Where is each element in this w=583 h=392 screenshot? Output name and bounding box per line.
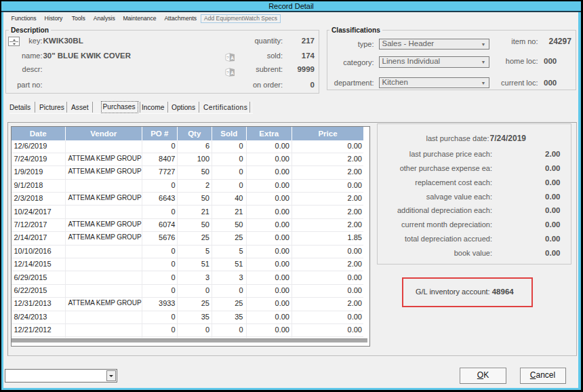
svg-text:A: A bbox=[230, 55, 234, 60]
svg-text:A: A bbox=[230, 70, 234, 75]
